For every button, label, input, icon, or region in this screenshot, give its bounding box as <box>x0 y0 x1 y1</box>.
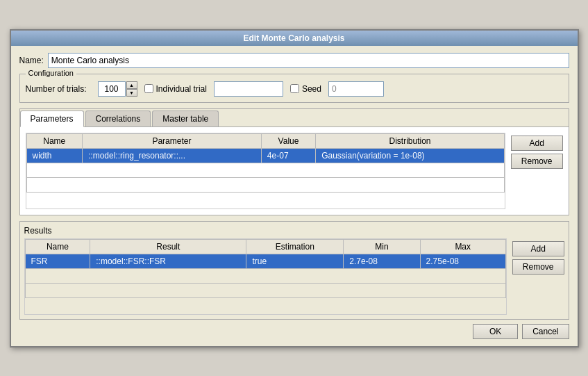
params-add-button[interactable]: Add <box>511 136 563 151</box>
param-name: width <box>26 148 82 163</box>
results-add-button[interactable]: Add <box>512 241 564 256</box>
result-result: ::model::FSR::FSR <box>90 254 246 268</box>
result-estimation: true <box>246 254 344 268</box>
trials-label: Number of trials: <box>26 84 87 94</box>
results-col-estimation: Estimation <box>246 239 344 254</box>
results-col-min: Min <box>344 239 420 254</box>
individual-trial-input[interactable] <box>214 81 283 97</box>
dialog-title: Edit Monte Carlo analysis <box>11 31 578 46</box>
results-title: Results <box>24 226 564 236</box>
results-col-max: Max <box>420 239 505 254</box>
trials-input[interactable] <box>98 81 126 97</box>
trials-down-btn[interactable]: ▼ <box>126 89 137 97</box>
cancel-button[interactable]: Cancel <box>522 324 569 339</box>
table-row[interactable] <box>25 268 505 283</box>
tab-parameters[interactable]: Parameters <box>20 111 84 127</box>
results-buttons: Add Remove <box>512 238 564 315</box>
bottom-buttons: OK Cancel <box>19 324 569 339</box>
result-name: FSR <box>25 254 90 268</box>
table-row[interactable]: FSR ::model::FSR::FSR true 2.7e-08 2.75e… <box>25 254 505 268</box>
tabs-section: Parameters Correlations Master table Nam… <box>19 108 569 215</box>
params-table: Name Parameter Value Distribution width … <box>26 133 505 193</box>
individual-trial-checkbox[interactable] <box>144 84 153 93</box>
param-value: 4e-07 <box>261 148 315 163</box>
tab-master-table[interactable]: Master table <box>152 111 219 126</box>
params-col-value: Value <box>261 133 315 148</box>
table-row[interactable] <box>26 163 504 177</box>
trials-up-btn[interactable]: ▲ <box>126 81 137 89</box>
results-table: Name Result Estimation Min Max FSR ::mod… <box>25 239 506 298</box>
configuration-group: Configuration Number of trials: ▲ ▼ Indi… <box>19 74 569 103</box>
edit-monte-carlo-dialog: Edit Monte Carlo analysis Name: Configur… <box>10 29 579 348</box>
params-buttons: Add Remove <box>511 133 563 209</box>
table-row[interactable] <box>25 283 505 297</box>
results-remove-button[interactable]: Remove <box>512 259 564 275</box>
results-section: Results Name Result Estimation Min Max <box>19 221 569 320</box>
params-table-wrap: Name Parameter Value Distribution width … <box>26 133 505 209</box>
result-max: 2.75e-08 <box>420 254 505 268</box>
tab-correlations[interactable]: Correlations <box>85 111 151 126</box>
individual-trial-checkbox-label[interactable]: Individual trial <box>144 84 207 94</box>
params-col-distribution: Distribution <box>316 133 505 148</box>
trials-spinner: ▲ ▼ <box>98 81 137 97</box>
result-min: 2.7e-08 <box>344 254 420 268</box>
params-col-parameter: Parameter <box>82 133 261 148</box>
table-row[interactable]: width ::model::ring_resonator::... 4e-07… <box>26 148 504 163</box>
results-col-result: Result <box>90 239 246 254</box>
ok-button[interactable]: OK <box>473 324 518 339</box>
config-legend: Configuration <box>26 69 76 77</box>
tabs-header: Parameters Correlations Master table <box>20 109 569 127</box>
seed-checkbox[interactable] <box>290 84 299 93</box>
results-table-wrap: Name Result Estimation Min Max FSR ::mod… <box>24 238 507 315</box>
results-col-name: Name <box>25 239 90 254</box>
params-col-name: Name <box>26 133 82 148</box>
seed-input[interactable] <box>328 81 384 97</box>
name-input[interactable] <box>48 53 569 68</box>
name-label: Name: <box>19 56 44 65</box>
param-distribution: Gaussian(variation = 1e-08) <box>316 148 505 163</box>
params-remove-button[interactable]: Remove <box>511 154 563 169</box>
param-parameter: ::model::ring_resonator::... <box>82 148 261 163</box>
seed-checkbox-label[interactable]: Seed <box>290 84 321 94</box>
table-row[interactable] <box>26 177 504 192</box>
tab-parameters-content: Name Parameter Value Distribution width … <box>20 127 569 215</box>
